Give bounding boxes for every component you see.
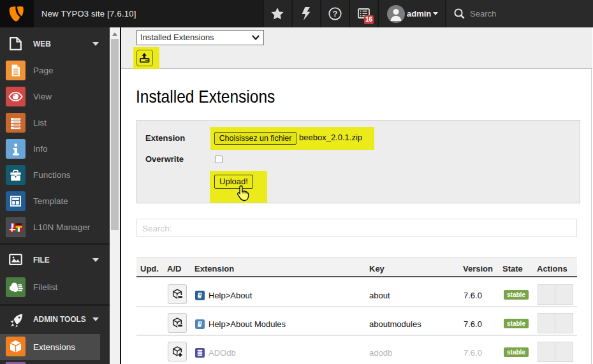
svg-text:?: ? — [333, 9, 338, 18]
